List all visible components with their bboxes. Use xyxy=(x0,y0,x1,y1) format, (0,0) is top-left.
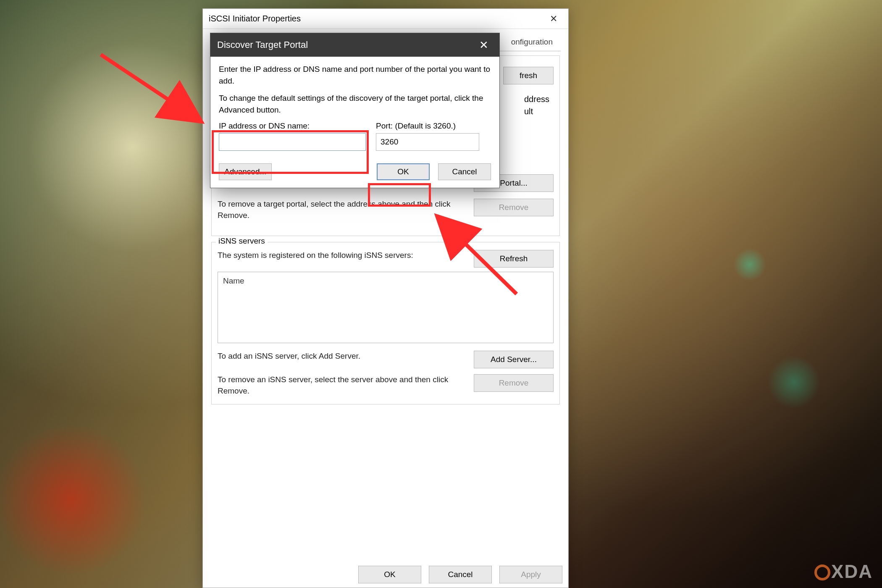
modal-cancel-button[interactable]: Cancel xyxy=(438,163,491,180)
discover-target-portal-dialog: Discover Target Portal ✕ Enter the IP ad… xyxy=(210,33,500,188)
parent-apply-button[interactable]: Apply xyxy=(499,566,562,583)
isns-remove-button[interactable]: Remove xyxy=(474,374,554,392)
modal-close-icon[interactable]: ✕ xyxy=(475,39,493,52)
modal-ok-button[interactable]: OK xyxy=(377,163,430,180)
col-partial-default: ult xyxy=(524,107,549,116)
remove-portal-desc: To remove a target portal, select the ad… xyxy=(218,199,466,221)
refresh-button-partial[interactable]: fresh xyxy=(503,67,554,84)
modal-title: Discover Target Portal xyxy=(217,39,308,50)
isns-listbox[interactable]: Name xyxy=(218,272,554,343)
parent-cancel-button[interactable]: Cancel xyxy=(429,566,492,583)
parent-title: iSCSI Initiator Properties xyxy=(209,14,301,24)
parent-titlebar: iSCSI Initiator Properties ✕ xyxy=(203,9,568,29)
advanced-button[interactable]: Advanced... xyxy=(219,163,272,180)
xda-watermark: XDA xyxy=(814,561,873,582)
ip-address-input[interactable] xyxy=(219,133,366,151)
modal-instruction-2: To change the default settings of the di… xyxy=(219,92,491,116)
port-input[interactable] xyxy=(376,133,479,151)
isns-registered-desc: The system is registered on the followin… xyxy=(218,250,466,261)
parent-ok-button[interactable]: OK xyxy=(358,566,421,583)
col-partial-address: ddress xyxy=(524,94,549,104)
isns-refresh-button[interactable]: Refresh xyxy=(474,250,554,268)
parent-bottom-buttons: OK Cancel Apply xyxy=(358,566,562,583)
remove-portal-button[interactable]: Remove xyxy=(474,199,554,216)
tab-configuration[interactable]: onfiguration xyxy=(503,34,561,51)
isns-remove-desc: To remove an iSNS server, select the ser… xyxy=(218,374,466,396)
close-icon[interactable]: ✕ xyxy=(545,13,562,24)
modal-instruction-1: Enter the IP address or DNS name and por… xyxy=(219,63,491,87)
isns-list-header: Name xyxy=(223,276,244,285)
isns-add-server-button[interactable]: Add Server... xyxy=(474,351,554,368)
ip-label: IP address or DNS name: xyxy=(219,121,366,131)
isns-group: iSNS servers The system is registered on… xyxy=(211,242,560,404)
isns-legend: iSNS servers xyxy=(216,236,268,246)
port-label: Port: (Default is 3260.) xyxy=(376,121,479,131)
modal-titlebar: Discover Target Portal ✕ xyxy=(210,33,499,57)
isns-add-desc: To add an iSNS server, click Add Server. xyxy=(218,351,466,362)
